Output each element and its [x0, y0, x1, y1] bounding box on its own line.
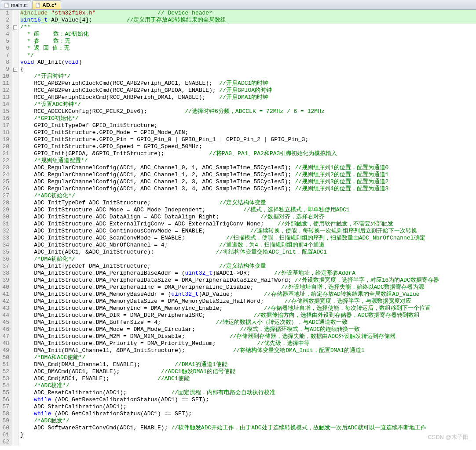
code-line[interactable]: #include "stm32f10x.h" // Device header	[20, 10, 476, 17]
code-line[interactable]	[20, 439, 476, 446]
code-line[interactable]: DMA_InitStructure.DMA_BufferSize = 4; //…	[20, 319, 476, 326]
fold-cell	[12, 403, 18, 410]
code-line[interactable]: */	[20, 52, 476, 59]
code-line[interactable]: ADC_InitStructure.ADC_DataAlign = ADC_Da…	[20, 214, 476, 221]
fold-cell	[12, 249, 18, 256]
line-number: 1	[2, 10, 9, 17]
fold-cell	[12, 312, 18, 319]
code-line[interactable]: /*规则组通道配置*/	[20, 157, 476, 164]
fold-toggle[interactable]: -	[13, 25, 17, 29]
tab-bar: main.c AD.c*	[0, 0, 476, 10]
fold-cell	[12, 80, 18, 87]
code-line[interactable]: ADC_RegularChannelConfig(ADC1, ADC_Chann…	[20, 178, 476, 185]
code-line[interactable]: ADC_RegularChannelConfig(ADC1, ADC_Chann…	[20, 171, 476, 178]
code-line[interactable]: /*设置ADC时钟*/	[20, 101, 476, 108]
code-line[interactable]: GPIO_InitStructure.GPIO_Mode = GPIO_Mode…	[20, 129, 476, 136]
code-line[interactable]: /*ADC校准*/	[20, 382, 476, 389]
code-line[interactable]: DMA_InitStructure.DMA_PeripheralBaseAddr…	[20, 270, 476, 277]
code-line[interactable]: /*ADC初始化*/	[20, 192, 476, 200]
code-line[interactable]: ADC_RegularChannelConfig(ADC1, ADC_Chann…	[20, 164, 476, 171]
code-line[interactable]: RCC_APB2PeriphClockCmd(RCC_APB2Periph_GP…	[20, 87, 476, 94]
fold-cell	[12, 396, 18, 403]
code-line[interactable]: /*开启时钟*/	[20, 73, 476, 80]
code-line[interactable]: DMA_InitStructure.DMA_MemoryInc = DMA_Me…	[20, 305, 476, 312]
fold-cell	[12, 108, 18, 115]
code-line[interactable]: /*DMA初始化*/	[20, 256, 476, 263]
code-line[interactable]: ADC_RegularChannelConfig(ADC1, ADC_Chann…	[20, 185, 476, 192]
fold-cell	[12, 171, 18, 178]
code-line[interactable]: /**	[20, 24, 476, 31]
line-number: 56	[2, 396, 9, 403]
code-line[interactable]: /*GPIO初始化*/	[20, 115, 476, 122]
code-line[interactable]: DMA_InitStructure.DMA_PeripheralDataSize…	[20, 277, 476, 284]
fold-cell: -	[12, 66, 18, 73]
fold-cell: -	[12, 24, 18, 31]
code-line[interactable]: ADC_StartCalibration(ADC1);	[20, 403, 476, 410]
fold-cell	[12, 235, 18, 242]
fold-cell	[12, 228, 18, 235]
code-line[interactable]: while (ADC_GetResetCalibrationStatus(ADC…	[20, 396, 476, 403]
fold-cell	[12, 10, 18, 17]
code-line[interactable]: RCC_AHBPeriphClockCmd(RCC_AHBPeriph_DMA1…	[20, 94, 476, 101]
line-number: 34	[2, 242, 9, 249]
code-line[interactable]: DMA_InitStructure.DMA_PeripheralInc = DM…	[20, 284, 476, 291]
code-line[interactable]: ADC_InitStructure.ADC_ScanConvMode = ENA…	[20, 235, 476, 242]
code-line[interactable]: ADC_InitStructure.ADC_ContinuousConvMode…	[20, 228, 476, 235]
code-area[interactable]: #include "stm32f10x.h" // Device headeru…	[18, 10, 476, 446]
line-number: 49	[2, 347, 9, 354]
code-line[interactable]: * 函 数：AD初始化	[20, 31, 476, 38]
line-number: 6	[2, 45, 9, 52]
code-line[interactable]: DMA_InitStructure.DMA_Mode = DMA_Mode_Ci…	[20, 326, 476, 333]
code-line[interactable]: void AD_Init(void)	[20, 59, 476, 66]
code-line[interactable]: DMA_Cmd(DMA1_Channel1, ENABLE); //DMA1的通…	[20, 361, 476, 368]
code-line[interactable]: DMA_InitStructure.DMA_M2M = DMA_M2M_Disa…	[20, 333, 476, 340]
tab-main-c[interactable]: main.c	[1, 0, 31, 9]
code-line[interactable]: while (ADC_GetCalibrationStatus(ADC1) ==…	[20, 410, 476, 417]
code-line[interactable]: /*DMA和ADC使能*/	[20, 354, 476, 361]
code-line[interactable]: /*ADC触发*/	[20, 417, 476, 425]
tab-label: AD.c*	[42, 2, 56, 8]
code-line[interactable]: ADC_SoftwareStartConvCmd(ADC1, ENABLE); …	[20, 425, 476, 432]
code-line[interactable]: ADC_InitStructure.ADC_ExternalTrigConv =…	[20, 221, 476, 228]
code-line[interactable]: DMA_InitStructure.DMA_Priority = DMA_Pri…	[20, 340, 476, 347]
code-line[interactable]: * 参 数：无	[20, 38, 476, 45]
code-line[interactable]: }	[20, 432, 476, 439]
fold-toggle[interactable]: -	[13, 68, 17, 72]
code-line[interactable]: ADC_ResetCalibration(ADC1); //固定流程，内部有电路…	[20, 389, 476, 396]
code-line[interactable]: ADC_InitStructure.ADC_Mode = ADC_Mode_In…	[20, 207, 476, 214]
code-line[interactable]: RCC_ADCCLKConfig(RCC_PCLK2_Div6); //选择时钟…	[20, 108, 476, 115]
fold-cell	[12, 94, 18, 101]
code-line[interactable]: GPIO_InitStructure.GPIO_Pin = GPIO_Pin_0…	[20, 136, 476, 143]
tab-ad-c[interactable]: AD.c*	[32, 0, 61, 9]
line-number: 7	[2, 52, 9, 59]
code-line[interactable]: * 返 回 值：无	[20, 45, 476, 52]
line-number: 59	[2, 417, 9, 425]
line-number: 5	[2, 38, 9, 45]
code-editor[interactable]: 1234567891011121314151617181920212223242…	[0, 10, 476, 446]
code-line[interactable]: ADC_Init(ADC1, &ADC_InitStructure); //将结…	[20, 249, 476, 256]
code-line[interactable]: {	[20, 66, 476, 73]
code-line[interactable]: DMA_InitStructure.DMA_MemoryBaseAddr = (…	[20, 291, 476, 298]
code-line[interactable]: GPIO_Init(GPIOA, &GPIO_InitStructure); /…	[20, 150, 476, 157]
code-line[interactable]: DMA_Init(DMA1_Channel1, &DMA_InitStructu…	[20, 347, 476, 354]
line-number: 32	[2, 228, 9, 235]
code-line[interactable]: GPIO_InitStructure.GPIO_Speed = GPIO_Spe…	[20, 143, 476, 150]
code-line[interactable]: ADC_DMACmd(ADC1, ENABLE); //ADC1触发DMA1的信…	[20, 368, 476, 375]
fold-cell	[12, 389, 18, 396]
code-line[interactable]: DMA_InitStructure.DMA_DIR = DMA_DIR_Peri…	[20, 312, 476, 319]
line-number: 35	[2, 249, 9, 256]
code-line[interactable]: ADC_InitTypeDef ADC_InitStructure; //定义结…	[20, 200, 476, 207]
line-number: 37	[2, 263, 9, 270]
fold-cell	[12, 291, 18, 298]
line-number: 20	[2, 143, 9, 150]
file-icon	[4, 3, 9, 8]
code-line[interactable]: uint16_t AD_Value[4]; //定义用于存放AD转换结果的全局数…	[20, 17, 476, 24]
code-line[interactable]: DMA_InitTypeDef DMA_InitStructure; //定义结…	[20, 263, 476, 270]
fold-cell	[12, 333, 18, 340]
fold-cell	[12, 31, 18, 38]
code-line[interactable]: RCC_APB2PeriphClockCmd(RCC_APB2Periph_AD…	[20, 80, 476, 87]
code-line[interactable]: ADC_InitStructure.ADC_NbrOfChannel = 4; …	[20, 242, 476, 249]
code-line[interactable]: ADC_Cmd(ADC1, ENABLE); //ADC1使能	[20, 375, 476, 382]
code-line[interactable]: DMA_InitStructure.DMA_MemoryDataSize = D…	[20, 298, 476, 305]
code-line[interactable]: GPIO_InitTypeDef GPIO_InitStructure;	[20, 122, 476, 129]
